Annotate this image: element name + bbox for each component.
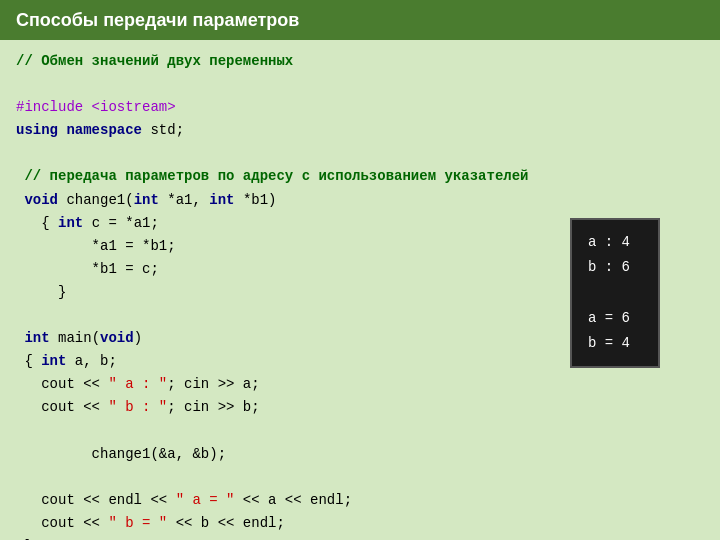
using-line: using namespace std; [16,122,184,138]
output-line-1: a : 4 [588,230,642,255]
output-line-3: a = 6 [588,306,642,331]
slide-title: Способы передачи параметров [16,10,299,31]
slide-container: Способы передачи параметров // Обмен зна… [0,0,720,540]
content-area: // Обмен значений двух переменных #inclu… [0,40,720,540]
output-line-2: b : 6 [588,255,642,280]
output-line-blank [588,280,642,305]
output-line-4: b = 4 [588,331,642,356]
output-box: a : 4 b : 6 a = 6 b = 4 [570,218,660,368]
title-bar: Способы передачи параметров [0,0,720,40]
comment2-text: // передача параметров по адресу с испол… [24,168,528,184]
include-line: #include <iostream> [16,99,176,115]
comment1-text: // Обмен значений двух переменных [16,53,293,69]
